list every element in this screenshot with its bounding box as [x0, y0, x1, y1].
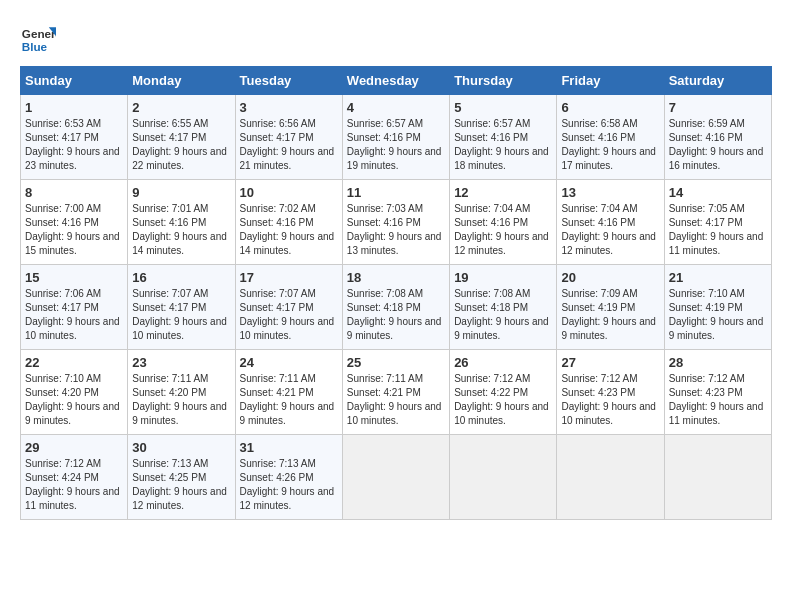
day-number: 5 — [454, 100, 552, 115]
sunrise-label: Sunrise: 7:11 AM — [240, 373, 316, 384]
sunrise-label: Sunrise: 7:10 AM — [669, 288, 745, 299]
day-number: 26 — [454, 355, 552, 370]
sunrise-label: Sunrise: 7:01 AM — [132, 203, 208, 214]
calendar-table: SundayMondayTuesdayWednesdayThursdayFrid… — [20, 66, 772, 520]
sunset-label: Sunset: 4:26 PM — [240, 472, 314, 483]
calendar-cell — [664, 435, 771, 520]
sunrise-label: Sunrise: 7:11 AM — [347, 373, 423, 384]
day-info: Sunrise: 7:08 AM Sunset: 4:18 PM Dayligh… — [454, 287, 552, 343]
day-info: Sunrise: 6:53 AM Sunset: 4:17 PM Dayligh… — [25, 117, 123, 173]
daylight-label: Daylight: 9 hours and 12 minutes. — [561, 231, 656, 256]
daylight-label: Daylight: 9 hours and 9 minutes. — [240, 401, 335, 426]
day-info: Sunrise: 7:13 AM Sunset: 4:26 PM Dayligh… — [240, 457, 338, 513]
calendar-cell: 17 Sunrise: 7:07 AM Sunset: 4:17 PM Dayl… — [235, 265, 342, 350]
daylight-label: Daylight: 9 hours and 12 minutes. — [132, 486, 227, 511]
daylight-label: Daylight: 9 hours and 10 minutes. — [25, 316, 120, 341]
day-info: Sunrise: 6:57 AM Sunset: 4:16 PM Dayligh… — [454, 117, 552, 173]
day-number: 19 — [454, 270, 552, 285]
daylight-label: Daylight: 9 hours and 12 minutes. — [240, 486, 335, 511]
sunset-label: Sunset: 4:25 PM — [132, 472, 206, 483]
sunrise-label: Sunrise: 7:08 AM — [454, 288, 530, 299]
day-info: Sunrise: 7:04 AM Sunset: 4:16 PM Dayligh… — [454, 202, 552, 258]
sunset-label: Sunset: 4:17 PM — [25, 132, 99, 143]
day-info: Sunrise: 7:07 AM Sunset: 4:17 PM Dayligh… — [132, 287, 230, 343]
header-tuesday: Tuesday — [235, 67, 342, 95]
sunrise-label: Sunrise: 7:10 AM — [25, 373, 101, 384]
day-number: 27 — [561, 355, 659, 370]
day-number: 11 — [347, 185, 445, 200]
sunset-label: Sunset: 4:21 PM — [240, 387, 314, 398]
calendar-cell: 2 Sunrise: 6:55 AM Sunset: 4:17 PM Dayli… — [128, 95, 235, 180]
day-info: Sunrise: 7:12 AM Sunset: 4:23 PM Dayligh… — [561, 372, 659, 428]
calendar-cell: 1 Sunrise: 6:53 AM Sunset: 4:17 PM Dayli… — [21, 95, 128, 180]
sunset-label: Sunset: 4:21 PM — [347, 387, 421, 398]
sunset-label: Sunset: 4:16 PM — [454, 217, 528, 228]
day-number: 16 — [132, 270, 230, 285]
day-number: 14 — [669, 185, 767, 200]
sunrise-label: Sunrise: 7:12 AM — [25, 458, 101, 469]
daylight-label: Daylight: 9 hours and 18 minutes. — [454, 146, 549, 171]
week-row-3: 15 Sunrise: 7:06 AM Sunset: 4:17 PM Dayl… — [21, 265, 772, 350]
day-info: Sunrise: 6:57 AM Sunset: 4:16 PM Dayligh… — [347, 117, 445, 173]
sunrise-label: Sunrise: 7:08 AM — [347, 288, 423, 299]
daylight-label: Daylight: 9 hours and 10 minutes. — [240, 316, 335, 341]
sunrise-label: Sunrise: 6:55 AM — [132, 118, 208, 129]
page-header: General Blue — [20, 20, 772, 56]
day-number: 10 — [240, 185, 338, 200]
sunset-label: Sunset: 4:24 PM — [25, 472, 99, 483]
day-number: 22 — [25, 355, 123, 370]
day-info: Sunrise: 7:04 AM Sunset: 4:16 PM Dayligh… — [561, 202, 659, 258]
sunrise-label: Sunrise: 7:04 AM — [454, 203, 530, 214]
sunrise-label: Sunrise: 7:04 AM — [561, 203, 637, 214]
calendar-cell: 9 Sunrise: 7:01 AM Sunset: 4:16 PM Dayli… — [128, 180, 235, 265]
sunset-label: Sunset: 4:20 PM — [132, 387, 206, 398]
sunrise-label: Sunrise: 7:13 AM — [132, 458, 208, 469]
day-number: 30 — [132, 440, 230, 455]
day-number: 6 — [561, 100, 659, 115]
daylight-label: Daylight: 9 hours and 21 minutes. — [240, 146, 335, 171]
week-row-5: 29 Sunrise: 7:12 AM Sunset: 4:24 PM Dayl… — [21, 435, 772, 520]
day-number: 18 — [347, 270, 445, 285]
day-number: 8 — [25, 185, 123, 200]
calendar-cell: 11 Sunrise: 7:03 AM Sunset: 4:16 PM Dayl… — [342, 180, 449, 265]
daylight-label: Daylight: 9 hours and 22 minutes. — [132, 146, 227, 171]
sunset-label: Sunset: 4:16 PM — [561, 217, 635, 228]
week-row-1: 1 Sunrise: 6:53 AM Sunset: 4:17 PM Dayli… — [21, 95, 772, 180]
sunset-label: Sunset: 4:18 PM — [347, 302, 421, 313]
day-info: Sunrise: 7:12 AM Sunset: 4:22 PM Dayligh… — [454, 372, 552, 428]
daylight-label: Daylight: 9 hours and 9 minutes. — [669, 316, 764, 341]
sunset-label: Sunset: 4:16 PM — [132, 217, 206, 228]
daylight-label: Daylight: 9 hours and 9 minutes. — [347, 316, 442, 341]
day-info: Sunrise: 7:13 AM Sunset: 4:25 PM Dayligh… — [132, 457, 230, 513]
calendar-cell: 8 Sunrise: 7:00 AM Sunset: 4:16 PM Dayli… — [21, 180, 128, 265]
sunset-label: Sunset: 4:19 PM — [669, 302, 743, 313]
sunset-label: Sunset: 4:20 PM — [25, 387, 99, 398]
calendar-cell: 16 Sunrise: 7:07 AM Sunset: 4:17 PM Dayl… — [128, 265, 235, 350]
day-info: Sunrise: 6:59 AM Sunset: 4:16 PM Dayligh… — [669, 117, 767, 173]
sunset-label: Sunset: 4:17 PM — [240, 302, 314, 313]
daylight-label: Daylight: 9 hours and 9 minutes. — [132, 401, 227, 426]
daylight-label: Daylight: 9 hours and 9 minutes. — [454, 316, 549, 341]
sunrise-label: Sunrise: 6:57 AM — [347, 118, 423, 129]
calendar-cell: 6 Sunrise: 6:58 AM Sunset: 4:16 PM Dayli… — [557, 95, 664, 180]
header-saturday: Saturday — [664, 67, 771, 95]
day-info: Sunrise: 7:12 AM Sunset: 4:24 PM Dayligh… — [25, 457, 123, 513]
daylight-label: Daylight: 9 hours and 11 minutes. — [669, 231, 764, 256]
week-row-4: 22 Sunrise: 7:10 AM Sunset: 4:20 PM Dayl… — [21, 350, 772, 435]
calendar-cell: 4 Sunrise: 6:57 AM Sunset: 4:16 PM Dayli… — [342, 95, 449, 180]
calendar-body: 1 Sunrise: 6:53 AM Sunset: 4:17 PM Dayli… — [21, 95, 772, 520]
sunrise-label: Sunrise: 7:12 AM — [561, 373, 637, 384]
daylight-label: Daylight: 9 hours and 13 minutes. — [347, 231, 442, 256]
day-number: 12 — [454, 185, 552, 200]
day-info: Sunrise: 7:06 AM Sunset: 4:17 PM Dayligh… — [25, 287, 123, 343]
header-monday: Monday — [128, 67, 235, 95]
daylight-label: Daylight: 9 hours and 11 minutes. — [25, 486, 120, 511]
calendar-cell: 21 Sunrise: 7:10 AM Sunset: 4:19 PM Dayl… — [664, 265, 771, 350]
header-thursday: Thursday — [450, 67, 557, 95]
calendar-cell: 12 Sunrise: 7:04 AM Sunset: 4:16 PM Dayl… — [450, 180, 557, 265]
daylight-label: Daylight: 9 hours and 19 minutes. — [347, 146, 442, 171]
day-number: 1 — [25, 100, 123, 115]
sunrise-label: Sunrise: 7:12 AM — [669, 373, 745, 384]
day-info: Sunrise: 7:11 AM Sunset: 4:21 PM Dayligh… — [240, 372, 338, 428]
calendar-cell: 10 Sunrise: 7:02 AM Sunset: 4:16 PM Dayl… — [235, 180, 342, 265]
